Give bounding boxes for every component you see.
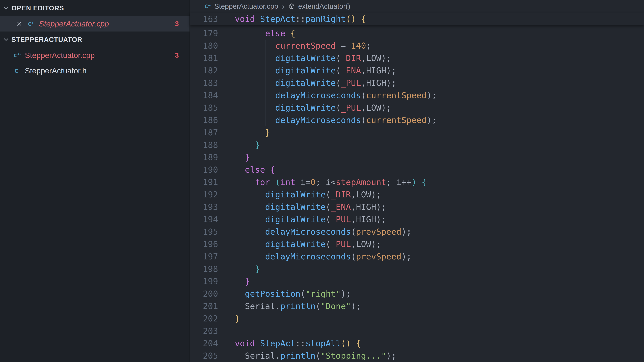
gutter-gap <box>218 77 235 89</box>
code-line[interactable]: 201 Serial.println("Done"); <box>190 300 644 312</box>
gutter-gap <box>218 201 235 213</box>
code-line[interactable]: 194 digitalWrite(_PUL,HIGH); <box>190 213 644 226</box>
line-number[interactable]: 163 <box>190 13 218 25</box>
close-icon[interactable] <box>16 21 22 27</box>
code-line[interactable]: 200 getPosition("right"); <box>190 288 644 300</box>
code-line[interactable]: 205 Serial.println("Stopping..."); <box>190 350 644 362</box>
line-number[interactable]: 190 <box>190 164 218 176</box>
code-line[interactable]: 203 <box>190 325 644 337</box>
sticky-line[interactable]: 163void StepAct::panRight() { <box>190 13 644 25</box>
line-number[interactable]: 194 <box>190 213 218 226</box>
gutter-gap <box>218 114 235 126</box>
sticky-scroll[interactable]: 163void StepAct::panRight() { <box>190 13 644 25</box>
indent-guide <box>245 139 245 151</box>
line-number[interactable]: 179 <box>190 27 218 39</box>
open-editor-item[interactable]: C ++ StepperActuator.cpp 3 <box>0 16 190 31</box>
code-line[interactable]: 185 digitalWrite(_PUL,LOW); <box>190 102 644 114</box>
code-text: } <box>235 151 250 164</box>
line-number[interactable]: 181 <box>190 52 218 64</box>
code-line[interactable]: 187 } <box>190 126 644 139</box>
line-number[interactable]: 198 <box>190 263 218 275</box>
indent-guide <box>245 250 245 263</box>
line-number[interactable]: 199 <box>190 275 218 288</box>
line-number[interactable]: 185 <box>190 102 218 114</box>
code-line[interactable]: 181 digitalWrite(_DIR,LOW); <box>190 52 644 64</box>
indent-guide <box>255 188 255 201</box>
line-number[interactable]: 183 <box>190 77 218 89</box>
code-text: void StepAct::panRight() { <box>235 13 366 25</box>
code-line[interactable]: 179 else { <box>190 27 644 39</box>
code-line[interactable]: 191 for (int i=0; i<stepAmount; i++) { <box>190 176 644 188</box>
explorer-file-header[interactable]: C StepperActuator.h <box>0 63 190 78</box>
code-line[interactable]: 184 delayMicroseconds(currentSpeed); <box>190 89 644 102</box>
open-editors-header[interactable]: OPEN EDITORS <box>0 0 190 16</box>
code-text: } <box>235 263 260 275</box>
code-line[interactable]: 192 digitalWrite(_DIR,LOW); <box>190 188 644 201</box>
indent-guide <box>255 126 255 139</box>
code-line[interactable]: 199 } <box>190 275 644 288</box>
code-line[interactable]: 196 digitalWrite(_PUL,LOW); <box>190 238 644 250</box>
code-text: } <box>235 139 260 151</box>
code-line[interactable]: 188 } <box>190 139 644 151</box>
line-number[interactable]: 195 <box>190 226 218 238</box>
line-number[interactable]: 205 <box>190 350 218 362</box>
breadcrumb-file[interactable]: StepperActuator.cpp <box>214 2 278 10</box>
line-number[interactable]: 197 <box>190 250 218 263</box>
code-line[interactable]: 186 delayMicroseconds(currentSpeed); <box>190 114 644 126</box>
breadcrumb-separator: › <box>282 2 284 11</box>
gutter-gap <box>218 250 235 263</box>
line-number[interactable]: 186 <box>190 114 218 126</box>
code-line[interactable]: 190 else { <box>190 164 644 176</box>
code-text: digitalWrite(_DIR,LOW); <box>235 188 381 201</box>
explorer-file-cpp[interactable]: C ++ StepperActuator.cpp 3 <box>0 48 190 63</box>
line-number[interactable]: 203 <box>190 325 218 337</box>
line-number[interactable]: 187 <box>190 126 218 139</box>
svg-text:++: ++ <box>31 21 35 24</box>
indent-guide <box>265 114 266 126</box>
vscode-window: OPEN EDITORS C ++ StepperActuator.cpp 3 … <box>0 0 644 362</box>
gutter-gap <box>218 263 235 275</box>
indent-guide <box>255 39 255 52</box>
code-line[interactable]: 193 digitalWrite(_ENA,HIGH); <box>190 201 644 213</box>
line-number[interactable]: 201 <box>190 300 218 312</box>
gutter-gap <box>218 102 235 114</box>
line-number[interactable]: 200 <box>190 288 218 300</box>
indent-guide <box>255 102 255 114</box>
code-line[interactable]: 202} <box>190 312 644 325</box>
line-number[interactable]: 180 <box>190 39 218 52</box>
code-line[interactable]: 183 digitalWrite(_PUL,HIGH); <box>190 77 644 89</box>
code-text: digitalWrite(_ENA,HIGH); <box>235 64 396 77</box>
code-line[interactable]: 180 currentSpeed = 140; <box>190 39 644 52</box>
code-text: delayMicroseconds(prevSpeed); <box>235 250 412 263</box>
line-number[interactable]: 188 <box>190 139 218 151</box>
open-editors-label: OPEN EDITORS <box>12 4 64 12</box>
gutter-gap <box>218 39 235 52</box>
code-line[interactable]: 197 delayMicroseconds(prevSpeed); <box>190 250 644 263</box>
code-text: digitalWrite(_PUL,HIGH); <box>235 213 386 226</box>
breadcrumb-symbol[interactable]: extendActuator() <box>298 2 350 10</box>
code-line[interactable]: 182 digitalWrite(_ENA,HIGH); <box>190 64 644 77</box>
indent-guide <box>255 114 255 126</box>
line-number[interactable]: 193 <box>190 201 218 213</box>
code-line[interactable]: 189 } <box>190 151 644 164</box>
gutter-gap <box>218 288 235 300</box>
line-number[interactable]: 204 <box>190 337 218 350</box>
svg-text:++: ++ <box>208 4 211 7</box>
line-number[interactable]: 191 <box>190 176 218 188</box>
code-line[interactable]: 195 delayMicroseconds(prevSpeed); <box>190 226 644 238</box>
line-number[interactable]: 192 <box>190 188 218 201</box>
chevron-down-icon <box>3 36 9 42</box>
line-number[interactable]: 184 <box>190 89 218 102</box>
code-text: delayMicroseconds(prevSpeed); <box>235 226 412 238</box>
line-number[interactable]: 182 <box>190 64 218 77</box>
line-number[interactable]: 189 <box>190 151 218 164</box>
indent-guide <box>255 27 255 39</box>
svg-text:++: ++ <box>17 53 21 56</box>
code-line[interactable]: 198 } <box>190 263 644 275</box>
line-number[interactable]: 202 <box>190 312 218 325</box>
code-line[interactable]: 204void StepAct::stopAll() { <box>190 337 644 350</box>
line-number[interactable]: 196 <box>190 238 218 250</box>
explorer-folder-header[interactable]: STEPPERACTUATOR <box>0 31 190 48</box>
indent-guide <box>245 27 245 39</box>
code-text: for (int i=0; i<stepAmount; i++) { <box>235 176 427 188</box>
